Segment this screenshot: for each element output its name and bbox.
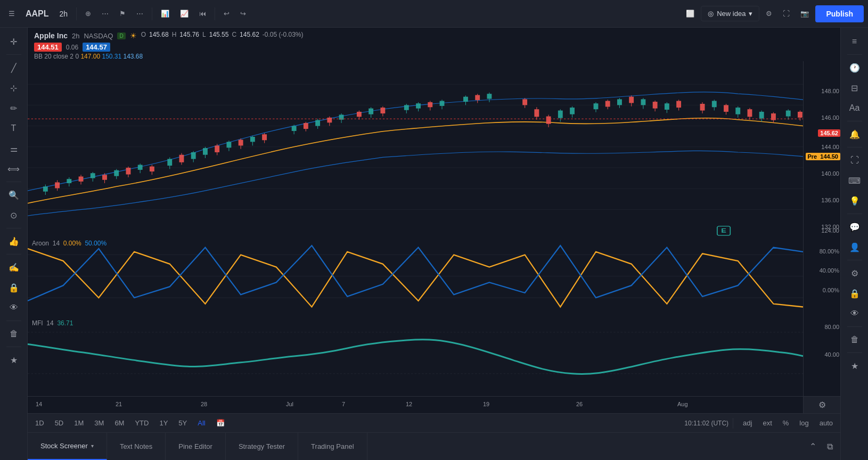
chat-tool[interactable]: 💬 xyxy=(845,217,864,236)
price-136: 136.00 xyxy=(821,197,839,203)
period-5y[interactable]: 5Y xyxy=(173,415,192,431)
tab-trading-panel[interactable]: Trading Panel xyxy=(298,433,367,460)
svg-rect-44 xyxy=(262,134,267,140)
thumbsup-tool[interactable]: 👍 xyxy=(4,232,23,251)
svg-rect-68 xyxy=(440,101,445,106)
pct-btn[interactable]: % xyxy=(777,415,795,431)
undo-button[interactable]: ↩ xyxy=(219,6,234,21)
fullscreen-right-tool[interactable]: ⛶ xyxy=(845,151,864,170)
text-right-tool[interactable]: Aa xyxy=(845,98,864,118)
auto-btn[interactable]: auto xyxy=(814,415,838,431)
mfi-40: 40.00 xyxy=(824,351,839,358)
alerts-button[interactable]: ⚑ xyxy=(115,6,130,21)
compare-button[interactable]: ⊕ xyxy=(81,6,95,21)
svg-rect-62 xyxy=(404,105,409,110)
bulb-tool[interactable]: 💡 xyxy=(845,191,864,210)
settings-button[interactable]: ⚙ xyxy=(761,6,776,21)
bb-val3: 143.68 xyxy=(124,53,143,60)
tab-strategy-tester[interactable]: Strategy Tester xyxy=(226,433,298,460)
trash-tool[interactable]: 🗑 xyxy=(4,324,23,343)
publish-button[interactable]: Publish xyxy=(815,5,864,22)
trash-right-tool[interactable]: 🗑 xyxy=(845,330,864,349)
replay-button[interactable]: ⏮ xyxy=(195,6,210,21)
layout-button[interactable]: ⬜ xyxy=(682,6,699,21)
bb-val2: 150.31 xyxy=(102,53,121,60)
strategy-button[interactable]: ⋯ xyxy=(132,6,148,21)
right-sep2 xyxy=(847,121,862,121)
svg-rect-64 xyxy=(416,103,421,108)
fullscreen-button[interactable]: ⛶ xyxy=(779,6,794,21)
price-124: 124.00 xyxy=(821,227,839,234)
draw-tool[interactable]: ✍ xyxy=(4,258,23,277)
time-14: 14 xyxy=(36,401,42,407)
tab-stock-screener[interactable]: Stock Screener ▾ xyxy=(28,433,107,460)
period-6m[interactable]: 6M xyxy=(109,415,129,431)
chart-type-button[interactable]: 📊 xyxy=(157,6,174,21)
watchlist-tool[interactable]: ≡ xyxy=(845,32,864,51)
clock-tool[interactable]: 🕐 xyxy=(845,58,864,77)
chart-style-button[interactable]: 📈 xyxy=(176,6,193,21)
magnet-tool[interactable]: ⊙ xyxy=(4,206,23,225)
redo-button[interactable]: ↪ xyxy=(236,6,250,21)
eye-right-tool[interactable]: 👁 xyxy=(845,304,864,323)
indicators-button[interactable]: ⋯ xyxy=(97,6,113,21)
text-tool[interactable]: T xyxy=(4,119,23,138)
svg-rect-94 xyxy=(641,99,645,105)
trend-line-tool[interactable]: ╱ xyxy=(4,58,23,77)
period-1d[interactable]: 1D xyxy=(30,415,50,431)
lock-right-tool[interactable]: 🔒 xyxy=(845,284,864,303)
period-1y[interactable]: 1Y xyxy=(154,415,173,431)
adj-btn[interactable]: adj xyxy=(738,415,757,431)
period-all[interactable]: All xyxy=(192,415,210,431)
sidebar-sep6 xyxy=(6,347,21,347)
pattern-tool[interactable]: ⚌ xyxy=(4,139,23,158)
svg-rect-114 xyxy=(771,113,776,120)
star-tool[interactable]: ★ xyxy=(4,350,23,369)
keyboard-tool[interactable]: ⌨ xyxy=(845,171,864,190)
panel-collapse-btn[interactable]: ⌃ xyxy=(806,438,820,455)
fib-tool[interactable]: ⊹ xyxy=(4,78,23,97)
lock-tool[interactable]: 🔒 xyxy=(4,278,23,297)
period-ytd[interactable]: YTD xyxy=(129,415,154,431)
svg-rect-20 xyxy=(114,170,119,176)
screenshot-button[interactable]: 📷 xyxy=(796,6,813,21)
aroon-chart-content[interactable]: Aroon 14 0.00% 50.00% xyxy=(28,236,803,316)
calendar-button[interactable]: 📅 xyxy=(211,415,230,431)
measure-tool[interactable]: ⟺ xyxy=(4,159,23,178)
tab-text-notes[interactable]: Text Notes xyxy=(107,433,166,460)
timeframe-label[interactable]: 2h xyxy=(55,6,72,21)
svg-rect-112 xyxy=(759,112,764,119)
main-chart-svg: E xyxy=(28,61,803,236)
right-sep3 xyxy=(847,147,862,147)
crosshair-tool[interactable]: ✛ xyxy=(4,32,23,51)
new-idea-button[interactable]: ◎ New idea ▾ xyxy=(701,6,759,21)
log-btn[interactable]: log xyxy=(794,415,814,431)
brush-tool[interactable]: ✏ xyxy=(4,98,23,118)
period-3m[interactable]: 3M xyxy=(89,415,109,431)
aroon-40: 40.00% xyxy=(820,267,839,274)
eye-tool[interactable]: 👁 xyxy=(4,298,23,317)
period-5d[interactable]: 5D xyxy=(50,415,69,431)
alert-right-tool[interactable]: 🔔 xyxy=(845,125,864,144)
svg-rect-104 xyxy=(712,101,717,108)
settings-time-icon[interactable]: ⚙ xyxy=(818,400,826,410)
tab-pine-editor[interactable]: Pine Editor xyxy=(166,433,226,460)
main-chart-content[interactable]: E xyxy=(28,61,803,236)
svg-rect-60 xyxy=(380,108,385,113)
star-right-tool[interactable]: ★ xyxy=(845,356,864,375)
panel-expand-btn[interactable]: ⧉ xyxy=(824,439,836,455)
menu-button[interactable]: ☰ xyxy=(4,6,19,21)
properties-tool[interactable]: ⊟ xyxy=(845,78,864,97)
mfi-chart-content[interactable]: MFI 14 36.71 xyxy=(28,316,803,396)
period-1m[interactable]: 1M xyxy=(69,415,89,431)
ext-btn[interactable]: ext xyxy=(757,415,777,431)
chat2-tool[interactable]: 👤 xyxy=(845,237,864,257)
period-bar: 1D 5D 1M 3M 6M YTD 1Y 5Y All 📅 10:11:02 … xyxy=(28,413,840,432)
time-aug: Aug xyxy=(677,401,688,407)
aroon-axis: 80.00% 40.00% 0.00% xyxy=(803,236,840,316)
symbol-label[interactable]: AAPL xyxy=(21,6,53,22)
svg-rect-102 xyxy=(700,104,705,111)
zoom-tool[interactable]: 🔍 xyxy=(4,185,23,204)
sidebar-sep3 xyxy=(6,228,21,228)
settings-right-tool[interactable]: ⚙ xyxy=(845,264,864,283)
